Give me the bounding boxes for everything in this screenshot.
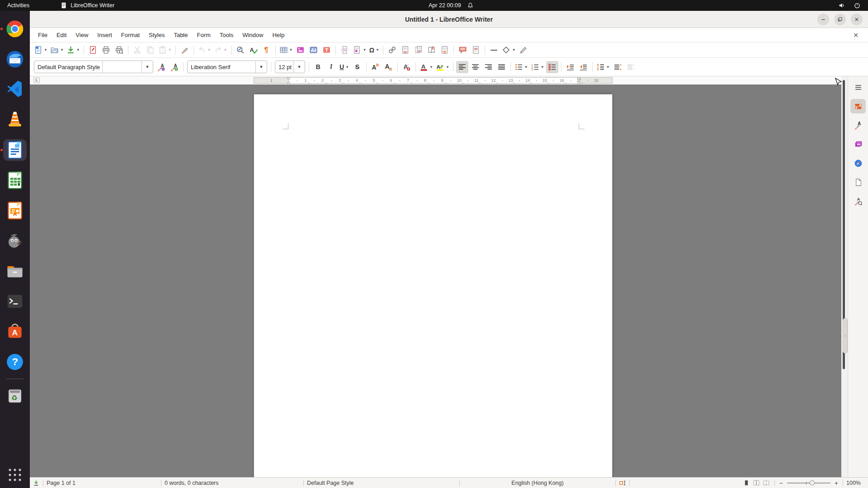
bullet-list-button[interactable]: ▼ bbox=[514, 61, 529, 73]
view-single-page-button[interactable] bbox=[741, 479, 751, 488]
menu-insert[interactable]: Insert bbox=[93, 29, 117, 41]
dock-item-trash[interactable]: ♻ bbox=[3, 385, 27, 407]
activities-button[interactable]: Activities bbox=[0, 2, 37, 9]
save-status-icon[interactable] bbox=[33, 479, 40, 487]
dropdown-arrow-icon[interactable]: ▼ bbox=[224, 48, 227, 52]
draw-functions-button[interactable] bbox=[517, 44, 529, 56]
word-count-status[interactable]: 0 words, 0 characters bbox=[165, 480, 300, 486]
increase-paragraph-spacing-button[interactable] bbox=[612, 61, 624, 73]
line-spacing-button[interactable]: ▼ bbox=[595, 61, 611, 73]
paragraph-style-combo[interactable]: Default Paragraph Style▼ bbox=[34, 61, 153, 73]
numbered-list-button[interactable]: 123▼ bbox=[530, 61, 545, 73]
dropdown-arrow-icon[interactable]: ▼ bbox=[363, 48, 366, 52]
decrease-indent-button[interactable] bbox=[577, 61, 590, 73]
horizontal-line-button[interactable] bbox=[488, 44, 500, 56]
dropdown-arrow-icon[interactable]: ▼ bbox=[168, 48, 172, 52]
new-document-button[interactable]: ▼ bbox=[33, 44, 48, 56]
sidebar-tab-styles[interactable]: A bbox=[850, 118, 866, 132]
chevron-down-icon[interactable]: ▼ bbox=[294, 61, 305, 73]
update-style-button[interactable]: A bbox=[155, 61, 167, 73]
clock-menu[interactable]: Apr 22 00:09 bbox=[429, 2, 474, 9]
page-break-button[interactable] bbox=[339, 44, 351, 56]
bold-button[interactable]: B bbox=[312, 61, 324, 73]
font-size-combo[interactable]: 12 pt▼ bbox=[275, 61, 305, 73]
minimize-button[interactable] bbox=[817, 14, 829, 25]
save-button[interactable]: ▼ bbox=[66, 44, 81, 56]
zoom-slider[interactable]: − + bbox=[778, 479, 840, 487]
dock-item-calc[interactable] bbox=[3, 169, 27, 191]
menu-view[interactable]: View bbox=[71, 29, 93, 41]
view-book-button[interactable] bbox=[761, 479, 771, 488]
close-button[interactable] bbox=[851, 14, 863, 25]
dropdown-arrow-icon[interactable]: ▼ bbox=[376, 48, 379, 52]
track-changes-button[interactable] bbox=[470, 44, 482, 56]
dock-item-terminal[interactable] bbox=[3, 291, 27, 312]
menu-table[interactable]: Table bbox=[169, 29, 192, 41]
page-style-status[interactable]: Default Page Style bbox=[307, 480, 456, 486]
dropdown-arrow-icon[interactable]: ▼ bbox=[345, 65, 349, 69]
dropdown-arrow-icon[interactable]: ▼ bbox=[44, 48, 47, 52]
zoom-level[interactable]: 100% bbox=[846, 480, 865, 486]
insert-table-button[interactable]: ▼ bbox=[278, 44, 294, 56]
dropdown-arrow-icon[interactable]: ▼ bbox=[606, 65, 610, 69]
chevron-down-icon[interactable]: ▼ bbox=[256, 61, 267, 73]
tab-stop-selector[interactable]: L bbox=[33, 77, 40, 83]
insert-textbox-button[interactable] bbox=[321, 44, 333, 56]
hyperlink-button[interactable] bbox=[386, 44, 398, 56]
sidebar-collapse-handle[interactable]: ‹ bbox=[843, 318, 848, 353]
dock-item-chrome[interactable] bbox=[3, 18, 27, 40]
copy-button[interactable] bbox=[144, 44, 156, 56]
right-indent-marker[interactable] bbox=[577, 77, 581, 84]
chevron-down-icon[interactable]: ▼ bbox=[142, 61, 153, 73]
insert-chart-button[interactable] bbox=[307, 44, 320, 56]
insert-endnote-button[interactable] bbox=[412, 44, 425, 56]
sidebar-tab-gallery[interactable] bbox=[850, 137, 866, 151]
underline-button[interactable]: U▼ bbox=[338, 61, 350, 73]
horizontal-ruler[interactable]: 1123456789101112131415161718 bbox=[254, 77, 613, 84]
language-status[interactable]: English (Hong Kong) bbox=[463, 480, 612, 486]
redo-button[interactable]: ▼ bbox=[213, 44, 228, 56]
cut-button[interactable] bbox=[131, 44, 143, 56]
insert-footnote-button[interactable] bbox=[399, 44, 411, 56]
sidebar-tab-page[interactable] bbox=[850, 175, 866, 189]
dock-item-vlc[interactable] bbox=[3, 109, 27, 131]
dock-item-gimp[interactable] bbox=[3, 230, 27, 252]
dock-item-impress[interactable] bbox=[3, 200, 27, 221]
dropdown-arrow-icon[interactable]: ▼ bbox=[60, 48, 64, 52]
page-count-status[interactable]: Page 1 of 1 bbox=[47, 480, 158, 486]
dropdown-arrow-icon[interactable]: ▼ bbox=[76, 48, 80, 52]
zoom-out-button[interactable]: − bbox=[778, 479, 784, 487]
subscript-button[interactable]: AB bbox=[382, 61, 395, 73]
special-character-button[interactable]: Ω▼ bbox=[368, 44, 380, 56]
cross-reference-button[interactable] bbox=[439, 44, 451, 56]
font-color-button[interactable]: A▼ bbox=[419, 61, 434, 73]
system-status-area[interactable] bbox=[838, 2, 861, 9]
first-line-indent-marker[interactable] bbox=[287, 77, 291, 84]
focused-app-menu[interactable]: LibreOffice Writer bbox=[60, 2, 114, 9]
titlebar[interactable]: Untitled 1 - LibreOffice Writer bbox=[30, 11, 868, 28]
dropdown-arrow-icon[interactable]: ▼ bbox=[541, 65, 544, 69]
selection-mode-icon[interactable] bbox=[619, 479, 626, 487]
highlight-color-button[interactable]: A▼ bbox=[435, 61, 450, 73]
dropdown-arrow-icon[interactable]: ▼ bbox=[208, 48, 211, 52]
dock-item-writer[interactable] bbox=[3, 139, 27, 161]
zoom-handle[interactable] bbox=[810, 480, 815, 485]
italic-button[interactable]: I bbox=[325, 61, 337, 73]
align-left-button[interactable] bbox=[456, 61, 468, 73]
increase-indent-button[interactable] bbox=[564, 61, 576, 73]
sidebar-tab-sidebar-settings[interactable] bbox=[850, 80, 866, 94]
dropdown-arrow-icon[interactable]: ▼ bbox=[512, 48, 515, 52]
align-justify-button[interactable] bbox=[495, 61, 508, 73]
strikethrough-button[interactable]: S bbox=[351, 61, 363, 73]
menu-window[interactable]: Window bbox=[238, 29, 268, 41]
restore-button[interactable] bbox=[834, 14, 846, 25]
dock-item-vscode[interactable] bbox=[3, 79, 27, 100]
close-document-icon[interactable]: ✕ bbox=[851, 30, 861, 40]
menu-format[interactable]: Format bbox=[117, 29, 144, 41]
insert-field-button[interactable]: ▼ bbox=[352, 44, 367, 56]
insert-image-button[interactable] bbox=[294, 44, 307, 56]
dropdown-arrow-icon[interactable]: ▼ bbox=[289, 48, 293, 52]
dropdown-arrow-icon[interactable]: ▼ bbox=[524, 65, 528, 69]
menu-form[interactable]: Form bbox=[192, 29, 215, 41]
dropdown-arrow-icon[interactable]: ▼ bbox=[446, 65, 449, 69]
